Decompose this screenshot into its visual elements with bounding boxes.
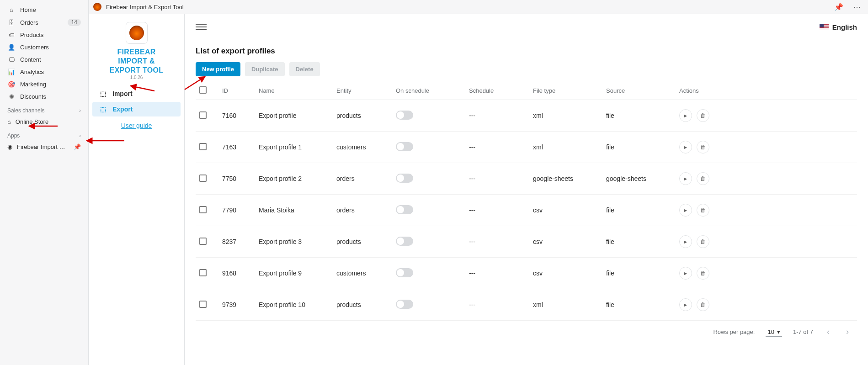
more-icon[interactable]: ⋯: [851, 3, 863, 11]
duplicate-button: Duplicate: [245, 62, 285, 76]
sidebar-item-home[interactable]: ⌂Home: [2, 4, 86, 16]
cell-source: file: [602, 226, 676, 258]
schedule-toggle[interactable]: [396, 142, 413, 151]
nav-section-apps[interactable]: Apps ›: [2, 128, 86, 141]
col-entity: Entity: [333, 82, 392, 100]
schedule-toggle[interactable]: [396, 268, 413, 277]
table-pager: Rows per page: 10 ▾ 1-7 of 7 ‹ ›: [196, 321, 857, 343]
row-checkbox[interactable]: [199, 143, 207, 150]
col-name: Name: [255, 82, 333, 100]
nav-icon: 📊: [7, 69, 16, 75]
run-button[interactable]: ▸: [679, 172, 692, 185]
run-button[interactable]: ▸: [679, 204, 692, 217]
sidebar-item-products[interactable]: 🏷Products: [2, 29, 86, 41]
cell-schedule: ---: [465, 100, 529, 132]
cell-source: file: [602, 100, 676, 132]
schedule-toggle[interactable]: [396, 300, 413, 309]
pin-icon[interactable]: 📌: [74, 143, 81, 150]
cell-name: Export profile 10: [255, 289, 333, 321]
main-nav: ⌂Home🗄Orders14🏷Products👤Customers🖵Conten…: [0, 0, 89, 365]
pager-prev[interactable]: ‹: [824, 327, 832, 337]
table-row[interactable]: 9168Export profile 9customers---csvfile▸…: [196, 258, 857, 289]
cell-filetype: csv: [529, 195, 602, 226]
cell-name: Export profile 9: [255, 258, 333, 289]
cell-schedule: ---: [465, 163, 529, 195]
delete-row-button[interactable]: 🗑: [697, 267, 709, 280]
schedule-toggle[interactable]: [396, 111, 413, 120]
cell-schedule: ---: [465, 132, 529, 163]
cell-id: 7163: [218, 132, 255, 163]
rows-per-page-label: Rows per page:: [713, 328, 755, 335]
cell-schedule: ---: [465, 195, 529, 226]
schedule-toggle[interactable]: [396, 174, 413, 183]
cell-name: Export profile 1: [255, 132, 333, 163]
col-onsched: On schedule: [392, 82, 465, 100]
schedule-toggle[interactable]: [396, 237, 413, 246]
row-checkbox[interactable]: [199, 111, 207, 119]
sidebar-item-orders[interactable]: 🗄Orders14: [2, 16, 86, 29]
cell-filetype: csv: [529, 226, 602, 258]
schedule-toggle[interactable]: [396, 205, 413, 214]
delete-row-button[interactable]: 🗑: [697, 204, 709, 217]
app-nav-import[interactable]: ⬚ Import: [92, 86, 181, 101]
run-button[interactable]: ▸: [679, 267, 692, 280]
language-switcher[interactable]: English: [820, 23, 857, 31]
cell-name: Export profile: [255, 100, 333, 132]
import-icon: ⬚: [99, 90, 107, 97]
rows-per-page-select[interactable]: 10 ▾: [766, 328, 782, 337]
table-row[interactable]: 7750Export profile 2orders---google-shee…: [196, 163, 857, 195]
sidebar-item-marketing[interactable]: 🎯Marketing: [2, 78, 86, 90]
pin-icon[interactable]: 📌: [831, 3, 846, 11]
nav-icon: 🏷: [7, 32, 16, 38]
cell-entity: products: [333, 289, 392, 321]
table-row[interactable]: 7163Export profile 1customers---xmlfile▸…: [196, 132, 857, 163]
table-row[interactable]: 8237Export profile 3products---csvfile▸🗑: [196, 226, 857, 258]
nav-section-sales[interactable]: Sales channels ›: [2, 103, 86, 116]
cell-source: file: [602, 195, 676, 226]
row-checkbox[interactable]: [199, 301, 207, 308]
cell-id: 9739: [218, 289, 255, 321]
select-all-checkbox[interactable]: [199, 86, 207, 94]
brand-version: 1.0.26: [130, 75, 143, 80]
sidebar-item-firebear-app[interactable]: ◉ Firebear Import & Exp... 📌: [2, 141, 86, 153]
delete-row-button[interactable]: 🗑: [697, 235, 709, 248]
user-guide-link[interactable]: User guide: [91, 117, 182, 134]
sidebar-item-analytics[interactable]: 📊Analytics: [2, 66, 86, 78]
cell-id: 7160: [218, 100, 255, 132]
nav-label: Orders: [20, 19, 63, 26]
row-checkbox[interactable]: [199, 238, 207, 245]
table-row[interactable]: 7790Maria Stoikaorders---csvfile▸🗑: [196, 195, 857, 226]
row-checkbox[interactable]: [199, 175, 207, 182]
cell-name: Export profile 3: [255, 226, 333, 258]
nav-label: Home: [20, 6, 81, 13]
new-profile-button[interactable]: New profile: [196, 62, 240, 76]
nav-icon: 🗄: [7, 19, 16, 26]
row-checkbox[interactable]: [199, 206, 207, 213]
run-button[interactable]: ▸: [679, 141, 692, 153]
app-nav-export[interactable]: ⬚ Export: [92, 102, 181, 116]
run-button[interactable]: ▸: [679, 235, 692, 248]
delete-row-button[interactable]: 🗑: [697, 172, 709, 185]
hamburger-icon[interactable]: [196, 21, 207, 32]
run-button[interactable]: ▸: [679, 298, 692, 311]
table-row[interactable]: 9739Export profile 10products---xmlfile▸…: [196, 289, 857, 321]
row-checkbox[interactable]: [199, 269, 207, 276]
sidebar-item-content[interactable]: 🖵Content: [2, 53, 86, 66]
sidebar-item-customers[interactable]: 👤Customers: [2, 41, 86, 53]
delete-row-button[interactable]: 🗑: [697, 298, 709, 311]
app-sidebar: FIREBEAR IMPORT & EXPORT TOOL 1.0.26 ⬚ I…: [89, 14, 185, 365]
cell-id: 7750: [218, 163, 255, 195]
sidebar-item-online-store[interactable]: ⌂ Online Store: [2, 116, 86, 128]
delete-row-button[interactable]: 🗑: [697, 141, 709, 153]
cell-id: 9168: [218, 258, 255, 289]
delete-row-button[interactable]: 🗑: [697, 109, 709, 122]
pager-next[interactable]: ›: [843, 327, 852, 337]
sidebar-item-discounts[interactable]: ✺Discounts: [2, 90, 86, 103]
run-button[interactable]: ▸: [679, 109, 692, 122]
cell-source: file: [602, 258, 676, 289]
cell-entity: orders: [333, 195, 392, 226]
nav-icon: ⌂: [7, 6, 16, 13]
nav-label: Customers: [20, 44, 81, 51]
table-row[interactable]: 7160Export profileproducts---xmlfile▸🗑: [196, 100, 857, 132]
cell-entity: orders: [333, 163, 392, 195]
